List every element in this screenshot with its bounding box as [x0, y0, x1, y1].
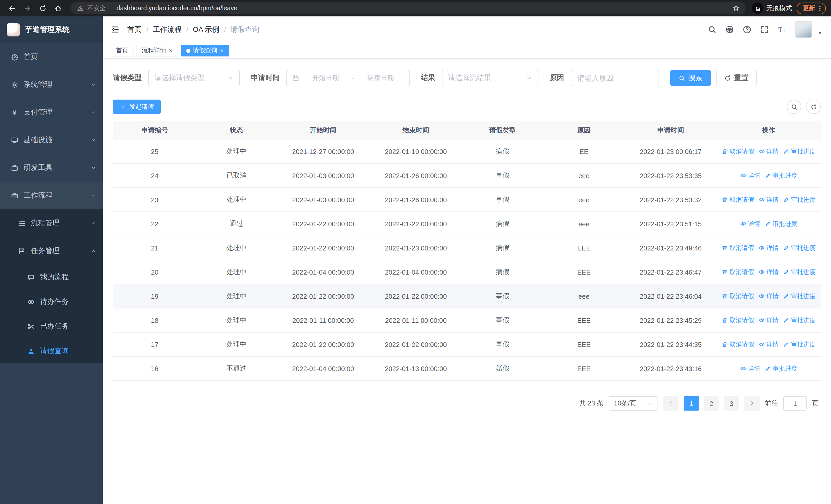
cell-type: 病假 — [462, 260, 543, 284]
approval-progress-link[interactable]: 审批进度 — [783, 268, 815, 276]
detail-link[interactable]: 详情 — [758, 340, 779, 349]
edit-icon — [783, 245, 790, 251]
sidebar-item-研发工具[interactable]: 研发工具 — [0, 154, 103, 182]
browser-update-button[interactable]: 更新 — [797, 2, 826, 14]
search-icon[interactable] — [708, 25, 717, 34]
sidebar-item-支付管理[interactable]: ¥支付管理 — [0, 98, 103, 126]
app-logo[interactable]: 芋道管理系统 — [0, 17, 103, 43]
sidebar-item-基础设施[interactable]: 基础设施 — [0, 126, 103, 154]
breadcrumb-item[interactable]: 首页 — [127, 25, 142, 34]
avatar[interactable] — [795, 21, 812, 38]
approval-progress-link[interactable]: 审批进度 — [783, 195, 815, 204]
reason-input[interactable] — [571, 70, 659, 86]
approval-progress-link[interactable]: 审批进度 — [765, 219, 797, 228]
leave-type-select[interactable]: 请选择请假类型 — [148, 70, 240, 86]
cancel-leave-link[interactable]: 取消请假 — [722, 268, 754, 276]
table-row: 21处理中2022-01-22 00:00:002022-01-23 00:00… — [113, 236, 821, 260]
approval-progress-link[interactable]: 审批进度 — [783, 340, 815, 349]
tab-请假查询[interactable]: 请假查询× — [181, 45, 229, 56]
cancel-leave-link[interactable]: 取消请假 — [722, 147, 754, 156]
prev-page-button[interactable] — [663, 396, 679, 411]
breadcrumb-item[interactable]: OA 示例 — [193, 25, 220, 34]
browser-reload-icon[interactable] — [36, 2, 49, 15]
tab-流程详情[interactable]: 流程详情× — [137, 45, 178, 56]
apply-time-range-picker[interactable]: 开始日期 - 结束日期 — [286, 70, 409, 86]
sidebar-item-任务管理[interactable]: 任务管理 — [0, 237, 103, 265]
sidebar-item-已办任务[interactable]: 已办任务 — [0, 314, 103, 339]
detail-link[interactable]: 详情 — [740, 219, 760, 228]
approval-progress-link[interactable]: 审批进度 — [783, 292, 815, 300]
browser-back-icon[interactable] — [5, 2, 19, 15]
detail-link[interactable]: 详情 — [758, 243, 779, 252]
detail-link[interactable]: 详情 — [740, 364, 760, 373]
breadcrumb-separator: / — [224, 25, 226, 34]
cancel-leave-link[interactable]: 取消请假 — [722, 316, 754, 325]
svg-text:¥: ¥ — [12, 109, 17, 116]
search-button[interactable]: 搜索 — [670, 70, 711, 86]
browser-menu-icon[interactable] — [816, 5, 823, 11]
approval-progress-link[interactable]: 审批进度 — [783, 316, 815, 325]
edit-icon — [783, 269, 790, 275]
page-number-3[interactable]: 3 — [724, 396, 739, 411]
result-select[interactable]: 请选择流结果 — [442, 70, 539, 86]
approval-progress-link[interactable]: 审批进度 — [783, 243, 815, 252]
detail-link[interactable]: 详情 — [758, 316, 779, 325]
breadcrumb-item[interactable]: 工作流程 — [153, 25, 182, 34]
cancel-leave-link[interactable]: 取消请假 — [722, 340, 754, 349]
page-number-2[interactable]: 2 — [704, 396, 719, 411]
sidebar-item-流程管理[interactable]: 流程管理 — [0, 209, 103, 237]
incognito-label: 无痕模式 — [766, 4, 792, 12]
fullscreen-icon[interactable] — [760, 25, 769, 34]
github-icon[interactable] — [725, 25, 734, 34]
goto-page-input[interactable] — [783, 396, 807, 411]
close-tab-icon[interactable]: × — [169, 47, 173, 54]
font-size-icon[interactable]: TT — [778, 25, 786, 34]
browser-home-icon[interactable] — [51, 2, 65, 15]
help-icon[interactable] — [743, 25, 751, 34]
browser-forward-icon[interactable] — [21, 2, 34, 15]
toggle-search-button[interactable] — [787, 99, 801, 114]
sidebar-item-请假查询[interactable]: 请假查询 — [0, 339, 103, 363]
page-size-select[interactable]: 10条/页 — [609, 396, 658, 411]
cell-start: 2022-01-22 00:00:00 — [277, 284, 370, 308]
approval-progress-link[interactable]: 审批进度 — [783, 147, 815, 156]
sidebar-item-待办任务[interactable]: 待办任务 — [0, 290, 103, 314]
sidebar-item-我的流程[interactable]: 我的流程 — [0, 265, 103, 290]
page-number-1[interactable]: 1 — [684, 396, 699, 411]
leave-type-placeholder: 请选择请假类型 — [154, 73, 205, 83]
incognito-icon — [752, 3, 763, 14]
detail-link[interactable]: 详情 — [758, 292, 779, 300]
detail-link[interactable]: 详情 — [758, 268, 779, 276]
detail-link[interactable]: 详情 — [758, 195, 779, 204]
sidebar-item-工作流程[interactable]: 工作流程 — [0, 182, 103, 209]
browser-right-controls: 无痕模式 更新 — [752, 2, 826, 14]
search-icon — [679, 75, 685, 81]
cancel-leave-link[interactable]: 取消请假 — [722, 292, 754, 300]
detail-link[interactable]: 详情 — [740, 171, 760, 180]
sidebar-item-label: 待办任务 — [40, 297, 96, 306]
avatar-caret-icon[interactable] — [817, 30, 823, 38]
sidebar-item-系统管理[interactable]: 系统管理 — [0, 71, 103, 98]
chevron-down-icon — [91, 82, 96, 87]
bookmark-star-icon[interactable] — [733, 5, 740, 12]
approval-progress-link[interactable]: 审批进度 — [765, 364, 797, 373]
approval-progress-link[interactable]: 审批进度 — [765, 171, 797, 180]
address-bar[interactable]: 不安全 dashboard.yudao.iocoder.cn/bpm/oa/le… — [71, 2, 746, 14]
tab-label: 请假查询 — [193, 46, 218, 55]
eye-icon — [758, 148, 765, 154]
calendar-icon — [292, 75, 299, 82]
cell-type: 病假 — [462, 140, 543, 163]
tab-首页[interactable]: 首页 — [111, 45, 134, 56]
sidebar-item-首页[interactable]: 首页 — [0, 43, 103, 71]
refresh-table-button[interactable] — [806, 99, 821, 114]
table-row: 19处理中2022-01-22 00:00:002022-01-22 00:00… — [113, 284, 821, 308]
close-tab-icon[interactable]: × — [220, 47, 224, 54]
next-page-button[interactable] — [744, 396, 760, 411]
cell-status: 处理中 — [196, 284, 277, 308]
create-leave-button[interactable]: 发起请假 — [113, 99, 161, 114]
sidebar-toggle-icon[interactable] — [111, 25, 120, 34]
cancel-leave-link[interactable]: 取消请假 — [722, 195, 754, 204]
reset-button[interactable]: 重置 — [716, 70, 756, 86]
detail-link[interactable]: 详情 — [758, 147, 779, 156]
cancel-leave-link[interactable]: 取消请假 — [722, 243, 754, 252]
